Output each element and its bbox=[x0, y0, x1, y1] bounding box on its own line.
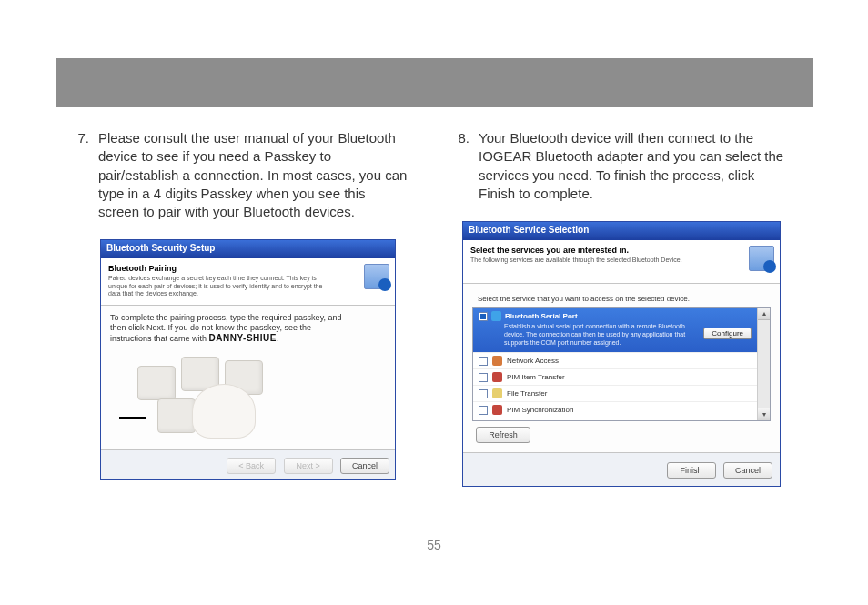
pairing-line2: then click Next. If you do not know the … bbox=[110, 323, 386, 332]
pairing-header-title: Bluetooth Pairing bbox=[108, 264, 388, 273]
pairing-footer: < Back Next > Cancel bbox=[101, 449, 395, 479]
configure-button[interactable]: Configure bbox=[703, 328, 752, 339]
service-checkbox[interactable] bbox=[479, 406, 488, 415]
service-scrollbar[interactable]: ▴ ▾ bbox=[757, 308, 770, 420]
service-item-pim-sync[interactable]: PIM Synchronization bbox=[473, 401, 757, 418]
next-button: Next > bbox=[284, 458, 333, 474]
cancel-button[interactable]: Cancel bbox=[340, 458, 389, 474]
keyboard-hands-illustration bbox=[137, 357, 301, 439]
service-selected-desc: Establish a virtual serial port connecti… bbox=[504, 323, 695, 347]
service-item-label: Network Access bbox=[507, 357, 559, 365]
service-item-selected[interactable]: Bluetooth Serial Port Establish a virtua… bbox=[473, 308, 757, 352]
refresh-wrap: Refresh bbox=[472, 427, 771, 443]
scroll-down-arrow-icon[interactable]: ▾ bbox=[758, 408, 770, 420]
service-item-label: PIM Item Transfer bbox=[507, 373, 565, 381]
refresh-button[interactable]: Refresh bbox=[476, 427, 530, 443]
pim-transfer-icon bbox=[492, 372, 502, 382]
service-checkbox-selected[interactable] bbox=[479, 312, 488, 321]
service-selected-title: Bluetooth Serial Port bbox=[505, 312, 578, 320]
service-checkbox[interactable] bbox=[479, 389, 488, 398]
left-column: 7. Please consult the user manual of you… bbox=[73, 129, 409, 487]
passkey-input-caret[interactable] bbox=[119, 417, 146, 419]
security-setup-dialog: Bluetooth Security Setup Bluetooth Pairi… bbox=[100, 239, 396, 480]
service-header-subtitle: The following services are available thr… bbox=[470, 257, 698, 264]
service-header-title: Select the services you are interested i… bbox=[470, 246, 772, 255]
pairing-line3-prefix: instructions that came with bbox=[110, 334, 209, 343]
service-item-network-access[interactable]: Network Access bbox=[473, 352, 757, 368]
pim-sync-icon bbox=[492, 405, 502, 415]
step-8: 8. Your Bluetooth device will then conne… bbox=[453, 129, 790, 203]
pairing-line1: To complete the pairing process, type th… bbox=[110, 313, 386, 322]
dialog-titlebar: Bluetooth Service Selection bbox=[463, 222, 780, 240]
dialog-header-panel: Bluetooth Pairing Paired devices exchang… bbox=[101, 258, 395, 306]
cancel-button[interactable]: Cancel bbox=[723, 462, 772, 479]
bluetooth-badge-icon bbox=[749, 246, 774, 271]
service-checkbox[interactable] bbox=[479, 357, 488, 366]
step-7-text: Please consult the user manual of your B… bbox=[98, 129, 409, 221]
network-access-icon bbox=[492, 356, 502, 366]
pairing-line3: instructions that came with DANNY-SHIUE. bbox=[110, 333, 386, 343]
service-item-pim-transfer[interactable]: PIM Item Transfer bbox=[473, 368, 757, 385]
service-body: Select the service that you want to acce… bbox=[463, 284, 780, 452]
finish-button[interactable]: Finish bbox=[667, 462, 716, 479]
dialog-titlebar: Bluetooth Security Setup bbox=[101, 240, 395, 258]
service-hint: Select the service that you want to acce… bbox=[478, 295, 771, 303]
pairing-line3-suffix: . bbox=[277, 334, 279, 343]
dialog-header-panel: Select the services you are interested i… bbox=[463, 240, 780, 284]
pairing-body: To complete the pairing process, type th… bbox=[101, 306, 395, 449]
back-button: < Back bbox=[227, 458, 276, 474]
page-number: 55 bbox=[0, 538, 868, 552]
content-columns: 7. Please consult the user manual of you… bbox=[73, 129, 801, 487]
pairing-header-subtitle: Paired devices exchange a secret key eac… bbox=[108, 275, 336, 297]
screenshot-security-setup: Bluetooth Security Setup Bluetooth Pairi… bbox=[100, 239, 409, 480]
serial-port-icon bbox=[491, 311, 501, 321]
service-checkbox[interactable] bbox=[479, 373, 488, 382]
paired-device-name: DANNY-SHIUE bbox=[209, 333, 277, 343]
bluetooth-badge-icon bbox=[364, 264, 389, 289]
right-column: 8. Your Bluetooth device will then conne… bbox=[453, 129, 790, 487]
step-8-text: Your Bluetooth device will then connect … bbox=[479, 129, 790, 203]
header-bar bbox=[56, 58, 813, 107]
service-list: Bluetooth Serial Port Establish a virtua… bbox=[472, 307, 771, 421]
service-footer: Finish Cancel bbox=[463, 452, 780, 486]
service-item-label: PIM Synchronization bbox=[507, 406, 573, 414]
step-7-number: 7. bbox=[73, 129, 89, 221]
service-item-file-transfer[interactable]: File Transfer bbox=[473, 385, 757, 401]
screenshot-service-selection: Bluetooth Service Selection Select the s… bbox=[462, 221, 790, 487]
service-item-label: File Transfer bbox=[507, 389, 547, 398]
service-selection-dialog: Bluetooth Service Selection Select the s… bbox=[462, 221, 781, 487]
step-7: 7. Please consult the user manual of you… bbox=[73, 129, 409, 221]
scroll-up-arrow-icon[interactable]: ▴ bbox=[758, 308, 770, 320]
file-transfer-icon bbox=[492, 388, 502, 398]
step-8-number: 8. bbox=[453, 129, 469, 203]
